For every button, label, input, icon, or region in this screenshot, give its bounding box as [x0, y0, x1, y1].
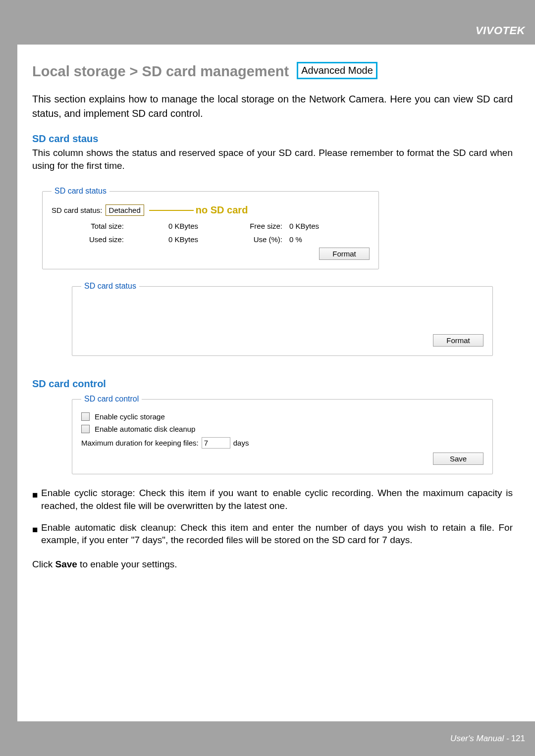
footer-text: User's Manual - — [450, 734, 509, 744]
enable-cleanup-label: Enable automatic disk cleanup — [95, 425, 195, 433]
intro-paragraph: This section explains how to manage the … — [32, 92, 513, 121]
section-title-control: SD card control — [32, 378, 513, 390]
section-title-status: SD card staus — [32, 133, 513, 145]
free-size-value: 0 KBytes — [289, 222, 349, 230]
bullet-cyclic: ■ Enable cyclic storage: Check this item… — [32, 487, 513, 512]
save-button[interactable]: Save — [433, 453, 483, 465]
footer-page-number: 121 — [511, 734, 525, 744]
format-button-2[interactable]: Format — [433, 334, 483, 347]
sd-card-status-panel-2: SD card status Format — [72, 282, 493, 356]
used-size-value: 0 KBytes — [131, 235, 205, 244]
sd-card-status-panel: SD card status SD card status: Detached … — [42, 187, 379, 269]
page-footer: User's Manual - 121 — [0, 721, 535, 756]
final-pre: Click — [32, 559, 55, 569]
sd-card-control-legend: SD card control — [81, 395, 142, 403]
sd-card-status-legend-2: SD card status — [81, 282, 139, 291]
status-label: SD card status: — [52, 206, 103, 214]
max-duration-input[interactable] — [202, 437, 230, 449]
page-title: Local storage > SD card management Advan… — [32, 62, 513, 80]
bullet-cyclic-text: Enable cyclic storage: Check this item i… — [41, 487, 513, 512]
enable-cyclic-label: Enable cyclic storage — [95, 412, 165, 421]
callout-line — [149, 210, 194, 211]
section-desc-status: This column shows the status and reserve… — [32, 147, 513, 172]
page-title-text: Local storage > SD card management — [32, 63, 289, 79]
bullet-cleanup: ■ Enable automatic disk cleanup: Check t… — [32, 521, 513, 547]
final-instruction: Click Save to enable your settings. — [32, 559, 513, 570]
no-sd-callout: no SD card — [196, 204, 248, 216]
total-size-value: 0 KBytes — [131, 222, 205, 230]
enable-cleanup-checkbox[interactable] — [81, 425, 90, 433]
final-bold: Save — [55, 559, 77, 569]
max-duration-label: Maximum duration for keeping files: — [81, 439, 199, 447]
format-button[interactable]: Format — [319, 248, 370, 260]
final-post: to enable your settings. — [77, 559, 177, 569]
use-pct-label: Use (%): — [205, 235, 289, 244]
header-bar: VIVOTEK — [17, 0, 535, 45]
max-duration-unit: days — [233, 439, 249, 447]
bullet-icon: ■ — [32, 489, 38, 512]
used-size-label: Used size: — [66, 235, 131, 244]
advanced-mode-badge: Advanced Mode — [297, 62, 377, 79]
total-size-label: Total size: — [66, 222, 131, 230]
bullet-icon: ■ — [32, 523, 38, 547]
free-size-label: Free size: — [205, 222, 289, 230]
enable-cyclic-checkbox[interactable] — [81, 412, 90, 421]
bullet-cleanup-text: Enable automatic disk cleanup: Check thi… — [41, 521, 513, 547]
brand-logo: VIVOTEK — [476, 24, 525, 37]
status-value: Detached — [106, 204, 144, 216]
sd-card-status-legend: SD card status — [52, 187, 109, 196]
use-pct-value: 0 % — [289, 235, 349, 244]
sd-card-control-panel: SD card control Enable cyclic storage En… — [72, 395, 493, 474]
